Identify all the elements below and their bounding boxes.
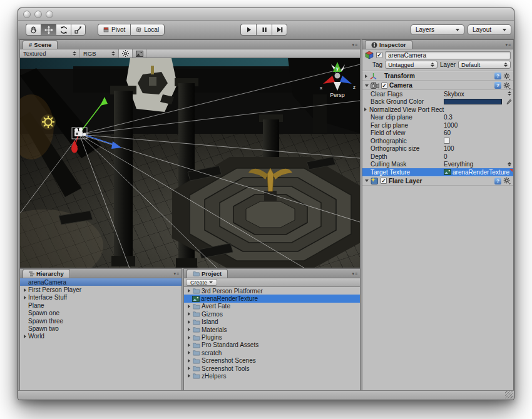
panel-menu-icon[interactable]: ▾≡ [352, 43, 358, 48]
property-depth[interactable]: Depth0 [362, 153, 513, 161]
project-item-screenshot-tools[interactable]: Screenshot Tools [184, 365, 360, 372]
hierarchy-item-spawn-three[interactable]: Spawn three [20, 317, 182, 325]
gear-icon[interactable] [503, 177, 511, 184]
eyedropper-icon[interactable] [505, 99, 512, 106]
color-swatch[interactable] [444, 99, 502, 104]
gameobject-name-field[interactable] [385, 51, 511, 59]
gear-icon[interactable] [503, 73, 511, 80]
project-item-3rd-person-platformer[interactable]: 3rd Person Platformer [184, 287, 360, 295]
foldout-arrow-icon[interactable] [186, 351, 192, 355]
foldout-arrow-icon[interactable] [186, 289, 192, 293]
camera-enabled-checkbox[interactable]: ✓ [381, 83, 387, 89]
project-item-avert-fate[interactable]: Avert Fate [184, 303, 360, 310]
foldout-arrow-icon[interactable] [22, 335, 28, 338]
hand-tool-button[interactable] [26, 24, 41, 36]
foldout-arrow-icon[interactable] [22, 296, 28, 300]
hierarchy-item-interface-stuff[interactable]: Interface Stuff [20, 294, 182, 301]
property-value[interactable]: 1000 [444, 122, 458, 129]
panel-menu-icon[interactable]: ▾≡ [352, 271, 358, 276]
hierarchy-item-first-person-player[interactable]: First Person Player [20, 286, 182, 293]
tab-hierarchy[interactable]: Hierarchy [23, 269, 70, 278]
sun-gizmo[interactable] [41, 114, 56, 129]
active-checkbox[interactable]: ✓ [376, 52, 382, 58]
hierarchy-item-spawn-one[interactable]: Spawn one [20, 310, 182, 317]
help-icon[interactable]: ? [494, 82, 501, 89]
foldout-arrow-icon[interactable] [186, 359, 192, 363]
create-button[interactable]: Create [186, 279, 217, 286]
hierarchy-item-world[interactable]: World [20, 333, 182, 340]
property-checkbox[interactable] [444, 138, 450, 144]
property-far-clip-plane[interactable]: Far clip plane1000 [362, 121, 513, 129]
foldout-arrow-icon[interactable] [186, 320, 192, 324]
draw-mode-dropdown[interactable]: Textured [20, 49, 80, 58]
property-near-clip-plane[interactable]: Near clip plane0.3 [362, 114, 513, 122]
minimize-button[interactable] [34, 11, 42, 18]
rotate-tool-button[interactable] [56, 24, 71, 36]
layers-dropdown[interactable]: Layers [411, 24, 464, 35]
scale-tool-button[interactable] [71, 24, 86, 36]
hierarchy-item-arenacamera[interactable]: arenaCamera [20, 278, 182, 286]
layout-dropdown[interactable]: Layout [468, 24, 511, 35]
property-culling-mask[interactable]: Culling MaskEverything [362, 161, 513, 169]
color-mode-dropdown[interactable]: RGB [80, 49, 119, 58]
property-clear-flags[interactable]: Clear FlagsSkybox [362, 90, 513, 98]
property-value[interactable]: Skybox [444, 91, 464, 98]
help-icon[interactable]: ? [494, 178, 501, 184]
project-item-gizmos[interactable]: Gizmos [184, 310, 360, 318]
panel-menu-icon[interactable]: ▾≡ [505, 43, 511, 48]
project-item-pro-standard-assets[interactable]: Pro Standard Assets [184, 341, 360, 349]
project-item-materials[interactable]: Materials [184, 326, 360, 333]
foldout-arrow-icon[interactable] [186, 343, 192, 347]
hierarchy-item-plane[interactable]: Plane [20, 301, 182, 309]
property-value[interactable] [444, 99, 502, 104]
local-button[interactable]: Local [130, 24, 165, 36]
property-value[interactable]: 0.3 [444, 114, 453, 121]
flare-layer-component-header[interactable]: ✓ Flare Layer ? [362, 176, 513, 186]
tab-scene[interactable]: # Scene [23, 40, 58, 49]
updown-arrows-icon[interactable] [508, 162, 511, 166]
foldout-arrow-icon[interactable] [365, 84, 369, 87]
gizmo-mode-label[interactable]: Persp [330, 92, 345, 98]
layer-dropdown[interactable]: Default [458, 61, 511, 69]
help-icon[interactable]: ? [494, 73, 501, 79]
transform-component-header[interactable]: Transform ? [362, 71, 513, 81]
foldout-arrow-icon[interactable] [186, 328, 192, 331]
foldout-arrow-icon[interactable] [365, 74, 367, 78]
property-value[interactable]: 100 [444, 145, 454, 152]
foldout-arrow-icon[interactable] [186, 366, 192, 370]
camera-component-header[interactable]: ✓ Camera ? [362, 81, 513, 90]
property-field-of-view[interactable]: Field of view60 [362, 129, 513, 138]
title-bar[interactable] [18, 8, 514, 21]
gear-icon[interactable] [503, 82, 511, 89]
property-normalized-view-port-rect[interactable]: Normalized View Port Rect [362, 106, 513, 114]
property-value[interactable]: 0 [444, 153, 448, 160]
property-target-texture[interactable]: Target TexturearenaRenderTexture [362, 168, 513, 176]
zoom-button[interactable] [46, 11, 53, 18]
project-item-zhelpers[interactable]: zHelpers [184, 372, 360, 380]
project-item-island[interactable]: Island [184, 318, 360, 326]
project-item-scratch[interactable]: scratch [184, 349, 360, 356]
project-item-arenarendertexture[interactable]: arenaRenderTexture [184, 295, 360, 302]
panel-menu-icon[interactable]: ▾≡ [173, 271, 180, 276]
play-button[interactable] [240, 24, 256, 36]
tab-inspector[interactable]: Inspector [365, 40, 412, 49]
property-value[interactable]: arenaRenderTexture [444, 169, 509, 176]
flare-enabled-checkbox[interactable]: ✓ [381, 178, 387, 184]
property-value[interactable]: 60 [444, 129, 451, 136]
close-button[interactable] [23, 11, 31, 18]
foldout-arrow-icon[interactable] [22, 288, 28, 292]
scene-overlay-toggle[interactable] [133, 49, 146, 58]
property-orthographic-size[interactable]: Orthographic size100 [362, 145, 513, 153]
tag-dropdown[interactable]: Untagged [385, 61, 437, 69]
foldout-arrow-icon[interactable] [186, 312, 192, 316]
property-value[interactable]: Everything [444, 161, 473, 168]
hierarchy-item-spawn-two[interactable]: Spawn two [20, 325, 182, 332]
updown-arrows-icon[interactable] [508, 91, 511, 96]
scene-viewport[interactable]: y x z Persp [20, 58, 360, 268]
resize-grip[interactable] [505, 391, 513, 398]
foldout-arrow-icon[interactable] [186, 336, 192, 340]
foldout-arrow-icon[interactable] [364, 108, 367, 111]
scene-lighting-toggle[interactable] [119, 49, 133, 58]
pivot-button[interactable]: Pivot [98, 24, 130, 36]
object-picker-flag-icon[interactable] [509, 169, 513, 172]
